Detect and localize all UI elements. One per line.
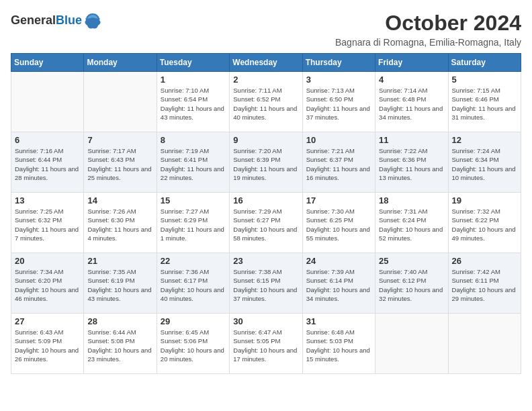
location: Bagnara di Romagna, Emilia-Romagna, Ital… [335, 37, 521, 48]
day-info: Sunrise: 7:32 AMSunset: 6:22 PMDaylight:… [452, 207, 517, 242]
day-number: 4 [379, 75, 444, 85]
calendar-cell: 29Sunrise: 6:45 AMSunset: 5:06 PMDayligh… [157, 314, 229, 374]
calendar-cell: 16Sunrise: 7:29 AMSunset: 6:27 PMDayligh… [230, 193, 302, 253]
day-info: Sunrise: 6:45 AMSunset: 5:06 PMDaylight:… [161, 328, 226, 363]
title-section: October 2024 Bagnara di Romagna, Emilia-… [335, 11, 521, 48]
day-info: Sunrise: 7:31 AMSunset: 6:24 PMDaylight:… [379, 207, 444, 242]
calendar-cell: 18Sunrise: 7:31 AMSunset: 6:24 PMDayligh… [375, 193, 448, 253]
month-title: October 2024 [335, 11, 521, 36]
day-number: 20 [15, 256, 80, 266]
calendar-cell: 9Sunrise: 7:20 AMSunset: 6:39 PMDaylight… [230, 132, 302, 193]
day-number: 14 [87, 195, 152, 205]
day-number: 6 [15, 135, 80, 145]
day-number: 7 [87, 135, 152, 145]
calendar-cell: 6Sunrise: 7:16 AMSunset: 6:44 PMDaylight… [11, 132, 84, 193]
calendar-cell: 3Sunrise: 7:13 AMSunset: 6:50 PMDaylight… [302, 72, 375, 132]
day-number: 18 [379, 195, 444, 205]
calendar-cell: 11Sunrise: 7:22 AMSunset: 6:36 PMDayligh… [375, 132, 448, 193]
day-number: 11 [379, 135, 444, 145]
calendar-cell: 31Sunrise: 6:48 AMSunset: 5:03 PMDayligh… [302, 314, 375, 374]
day-info: Sunrise: 6:48 AMSunset: 5:03 PMDaylight:… [306, 328, 371, 363]
day-number: 9 [233, 135, 298, 145]
calendar-cell [375, 314, 448, 374]
day-info: Sunrise: 7:24 AMSunset: 6:34 PMDaylight:… [452, 146, 517, 182]
calendar-cell: 2Sunrise: 7:11 AMSunset: 6:52 PMDaylight… [230, 72, 302, 132]
calendar-cell: 26Sunrise: 7:42 AMSunset: 6:11 PMDayligh… [448, 253, 521, 314]
calendar-cell: 4Sunrise: 7:14 AMSunset: 6:48 PMDaylight… [375, 72, 448, 132]
day-number: 28 [87, 316, 152, 326]
weekday-header-row: SundayMondayTuesdayWednesdayThursdayFrid… [11, 54, 521, 72]
day-info: Sunrise: 7:15 AMSunset: 6:46 PMDaylight:… [452, 86, 517, 122]
calendar-cell: 21Sunrise: 7:35 AMSunset: 6:19 PMDayligh… [84, 253, 157, 314]
day-number: 22 [161, 256, 226, 266]
logo: GeneralBlue [11, 11, 102, 30]
day-number: 16 [233, 195, 298, 205]
calendar-week-row: 20Sunrise: 7:34 AMSunset: 6:20 PMDayligh… [11, 253, 521, 314]
day-number: 30 [233, 316, 298, 326]
calendar-cell: 7Sunrise: 7:17 AMSunset: 6:43 PMDaylight… [84, 132, 157, 193]
day-number: 31 [306, 316, 371, 326]
day-number: 5 [452, 75, 517, 85]
calendar-cell: 27Sunrise: 6:43 AMSunset: 5:09 PMDayligh… [11, 314, 84, 374]
day-info: Sunrise: 7:14 AMSunset: 6:48 PMDaylight:… [379, 86, 444, 122]
day-info: Sunrise: 7:19 AMSunset: 6:41 PMDaylight:… [161, 146, 226, 182]
calendar-cell: 19Sunrise: 7:32 AMSunset: 6:22 PMDayligh… [448, 193, 521, 253]
day-info: Sunrise: 7:22 AMSunset: 6:36 PMDaylight:… [379, 146, 444, 182]
day-number: 27 [15, 316, 80, 326]
weekday-header: Friday [375, 54, 448, 72]
day-info: Sunrise: 7:25 AMSunset: 6:32 PMDaylight:… [15, 207, 80, 242]
day-info: Sunrise: 7:16 AMSunset: 6:44 PMDaylight:… [15, 146, 80, 182]
day-number: 23 [233, 256, 298, 266]
day-number: 25 [379, 256, 444, 266]
calendar-cell: 14Sunrise: 7:26 AMSunset: 6:30 PMDayligh… [84, 193, 157, 253]
calendar-cell: 23Sunrise: 7:38 AMSunset: 6:15 PMDayligh… [230, 253, 302, 314]
day-info: Sunrise: 7:38 AMSunset: 6:15 PMDaylight:… [233, 267, 298, 303]
day-info: Sunrise: 7:40 AMSunset: 6:12 PMDaylight:… [379, 267, 444, 303]
calendar-cell: 5Sunrise: 7:15 AMSunset: 6:46 PMDaylight… [448, 72, 521, 132]
calendar-cell: 10Sunrise: 7:21 AMSunset: 6:37 PMDayligh… [302, 132, 375, 193]
calendar-cell [11, 72, 84, 132]
logo-general: General [11, 13, 56, 27]
day-info: Sunrise: 7:34 AMSunset: 6:20 PMDaylight:… [15, 267, 80, 303]
day-info: Sunrise: 7:13 AMSunset: 6:50 PMDaylight:… [306, 86, 371, 122]
calendar: SundayMondayTuesdayWednesdayThursdayFrid… [11, 53, 521, 374]
weekday-header: Tuesday [157, 54, 229, 72]
calendar-week-row: 1Sunrise: 7:10 AMSunset: 6:54 PMDaylight… [11, 72, 521, 132]
calendar-week-row: 13Sunrise: 7:25 AMSunset: 6:32 PMDayligh… [11, 193, 521, 253]
day-info: Sunrise: 7:10 AMSunset: 6:54 PMDaylight:… [161, 86, 226, 122]
day-info: Sunrise: 6:43 AMSunset: 5:09 PMDaylight:… [15, 328, 80, 363]
day-info: Sunrise: 7:29 AMSunset: 6:27 PMDaylight:… [233, 207, 298, 242]
day-info: Sunrise: 7:30 AMSunset: 6:25 PMDaylight:… [306, 207, 371, 242]
weekday-header: Sunday [11, 54, 84, 72]
calendar-cell: 17Sunrise: 7:30 AMSunset: 6:25 PMDayligh… [302, 193, 375, 253]
day-number: 13 [15, 195, 80, 205]
day-number: 3 [306, 75, 371, 85]
calendar-cell: 20Sunrise: 7:34 AMSunset: 6:20 PMDayligh… [11, 253, 84, 314]
calendar-cell [448, 314, 521, 374]
calendar-cell: 15Sunrise: 7:27 AMSunset: 6:29 PMDayligh… [157, 193, 229, 253]
day-info: Sunrise: 7:27 AMSunset: 6:29 PMDaylight:… [161, 207, 226, 242]
weekday-header: Saturday [448, 54, 521, 72]
day-number: 8 [161, 135, 226, 145]
day-info: Sunrise: 6:47 AMSunset: 5:05 PMDaylight:… [233, 328, 298, 363]
day-info: Sunrise: 6:44 AMSunset: 5:08 PMDaylight:… [87, 328, 152, 363]
day-number: 15 [161, 195, 226, 205]
day-number: 12 [452, 135, 517, 145]
calendar-cell: 25Sunrise: 7:40 AMSunset: 6:12 PMDayligh… [375, 253, 448, 314]
day-info: Sunrise: 7:39 AMSunset: 6:14 PMDaylight:… [306, 267, 371, 303]
calendar-cell: 13Sunrise: 7:25 AMSunset: 6:32 PMDayligh… [11, 193, 84, 253]
weekday-header: Wednesday [230, 54, 302, 72]
weekday-header: Monday [84, 54, 157, 72]
calendar-cell [84, 72, 157, 132]
day-info: Sunrise: 7:35 AMSunset: 6:19 PMDaylight:… [87, 267, 152, 303]
day-number: 26 [452, 256, 517, 266]
calendar-cell: 28Sunrise: 6:44 AMSunset: 5:08 PMDayligh… [84, 314, 157, 374]
day-number: 19 [452, 195, 517, 205]
day-number: 17 [306, 195, 371, 205]
day-number: 21 [87, 256, 152, 266]
day-number: 29 [161, 316, 226, 326]
calendar-cell: 30Sunrise: 6:47 AMSunset: 5:05 PMDayligh… [230, 314, 302, 374]
day-info: Sunrise: 7:20 AMSunset: 6:39 PMDaylight:… [233, 146, 298, 182]
day-number: 24 [306, 256, 371, 266]
day-info: Sunrise: 7:17 AMSunset: 6:43 PMDaylight:… [87, 146, 152, 182]
